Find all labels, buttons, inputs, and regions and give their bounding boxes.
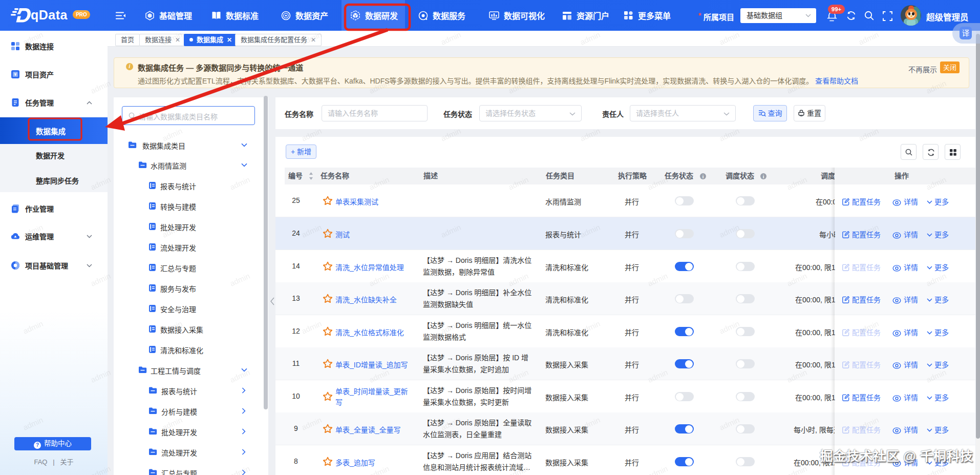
svg-text:i: i xyxy=(702,174,704,179)
svg-text:¥: ¥ xyxy=(14,72,16,77)
svg-text:i: i xyxy=(763,174,764,179)
